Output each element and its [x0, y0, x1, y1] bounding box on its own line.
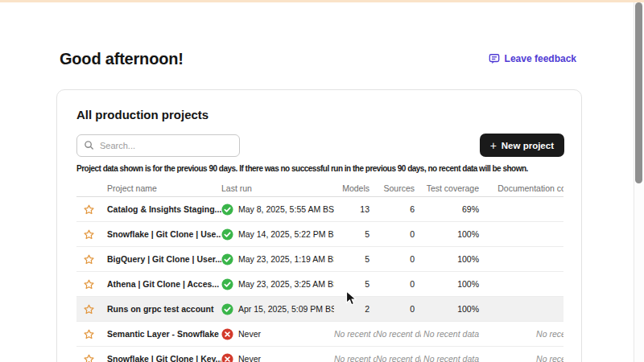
column-header-documentation-coverage: Documentation coverage: [485, 183, 564, 193]
dashboard-page: Good afternoon! Leave feedback All produ…: [0, 0, 644, 362]
table-row[interactable]: Athena | Git Clone | Acces... May 23, 20…: [76, 272, 564, 297]
page-title: Good afternoon!: [60, 50, 184, 68]
table-row[interactable]: Semantic Layer - Snowflake Never No rece: [76, 322, 564, 347]
column-header-models: Models: [334, 183, 376, 193]
data-range-notice: Project data shown is for the previous 9…: [76, 164, 576, 173]
models-value: No recent data: [334, 354, 376, 362]
sources-value: 0: [376, 279, 421, 289]
plus-icon: +: [490, 140, 497, 151]
favorite-star-icon[interactable]: [83, 303, 95, 315]
feedback-icon: [489, 53, 500, 64]
table-row[interactable]: Snowflake | Git Clone | Use... May 14, 2…: [76, 222, 564, 247]
project-name-link[interactable]: Runs on grpc test account: [107, 304, 213, 314]
favorite-star-icon[interactable]: [83, 228, 95, 241]
leave-feedback-link[interactable]: Leave feedback: [489, 53, 576, 64]
error-x-icon: [221, 328, 233, 340]
table-row[interactable]: Catalog & Insights Staging... May 8, 202…: [76, 197, 564, 222]
success-check-icon: [221, 278, 233, 290]
project-name-link[interactable]: Athena | Git Clone | Acces...: [107, 279, 219, 289]
table-header-row: Project name Last run Models Sources Tes…: [76, 179, 564, 197]
last-run-value: May 14, 2025, 5:22 PM BST: [238, 229, 334, 239]
project-name-link[interactable]: Snowflake | Git Clone | Key...: [107, 354, 221, 362]
test-coverage-value: 100%: [421, 304, 485, 314]
table-row[interactable]: Runs on grpc test account Apr 15, 2025, …: [76, 297, 564, 322]
project-name-link[interactable]: Snowflake | Git Clone | Use...: [107, 229, 221, 239]
models-value: 5: [334, 279, 376, 289]
last-run-value: May 23, 2025, 3:25 AM BST: [238, 279, 334, 289]
projects-card: All production projects + New project Pr…: [56, 89, 582, 362]
test-coverage-value: 100%: [421, 229, 485, 239]
test-coverage-value: 100%: [421, 254, 485, 264]
test-coverage-value: No recent data: [421, 354, 485, 362]
favorite-star-icon[interactable]: [83, 278, 95, 290]
sources-value: 6: [376, 204, 421, 214]
models-value: 13: [334, 204, 376, 214]
favorite-star-icon[interactable]: [83, 253, 95, 265]
models-value: 2: [334, 304, 376, 314]
favorite-star-icon[interactable]: [83, 353, 95, 362]
error-x-icon: [221, 353, 233, 362]
documentation-coverage-value: No recent data: [485, 354, 564, 362]
sources-value: 0: [376, 304, 421, 314]
project-name-link[interactable]: Semantic Layer - Snowflake: [107, 329, 219, 339]
column-header-project-name: Project name: [101, 183, 221, 193]
models-value: 5: [334, 229, 376, 239]
table-row[interactable]: Snowflake | Git Clone | Key... Never No: [76, 347, 564, 362]
test-coverage-value: 69%: [421, 204, 485, 214]
project-name-link[interactable]: BigQuery | Git Clone | User...: [107, 254, 221, 264]
new-project-label: New project: [502, 141, 554, 150]
scrollbar-thumb[interactable]: [635, 2, 642, 183]
page-scrollbar[interactable]: [634, 0, 644, 362]
documentation-coverage-value: No recent data: [485, 329, 564, 339]
sources-value: 0: [376, 254, 421, 264]
sources-value: No recent data: [376, 354, 421, 362]
last-run-value: Never: [238, 354, 261, 362]
column-header-sources: Sources: [376, 183, 421, 193]
card-title: All production projects: [76, 108, 208, 121]
search-icon: [84, 140, 94, 150]
sources-value: No recent data: [376, 329, 421, 339]
leave-feedback-label: Leave feedback: [505, 53, 576, 64]
project-name-link[interactable]: Catalog & Insights Staging...: [107, 204, 221, 214]
projects-table: Project name Last run Models Sources Tes…: [76, 179, 564, 362]
top-accent-bar: [0, 0, 644, 2]
search-input[interactable]: [76, 134, 240, 157]
column-header-test-coverage: Test coverage: [421, 183, 485, 193]
sources-value: 0: [376, 229, 421, 239]
last-run-value: May 23, 2025, 1:19 AM BST: [238, 254, 334, 264]
table-row[interactable]: BigQuery | Git Clone | User... May 23, 2…: [76, 247, 564, 272]
success-check-icon: [221, 303, 233, 315]
success-check-icon: [221, 204, 233, 216]
models-value: 5: [334, 254, 376, 264]
favorite-star-icon[interactable]: [83, 328, 95, 340]
success-check-icon: [221, 253, 233, 265]
new-project-button[interactable]: + New project: [480, 134, 564, 157]
test-coverage-value: No recent data: [421, 329, 485, 339]
success-check-icon: [221, 228, 233, 241]
column-header-last-run: Last run: [221, 183, 334, 193]
models-value: No recent data: [334, 329, 376, 339]
test-coverage-value: 100%: [421, 279, 485, 289]
last-run-value: Apr 15, 2025, 5:09 PM BST: [238, 304, 334, 314]
last-run-value: May 8, 2025, 5:55 AM BST: [238, 204, 334, 214]
last-run-value: Never: [238, 329, 261, 339]
favorite-star-icon[interactable]: [83, 204, 95, 216]
search-box: [76, 134, 240, 157]
table-body: Catalog & Insights Staging... May 8, 202…: [76, 197, 564, 362]
